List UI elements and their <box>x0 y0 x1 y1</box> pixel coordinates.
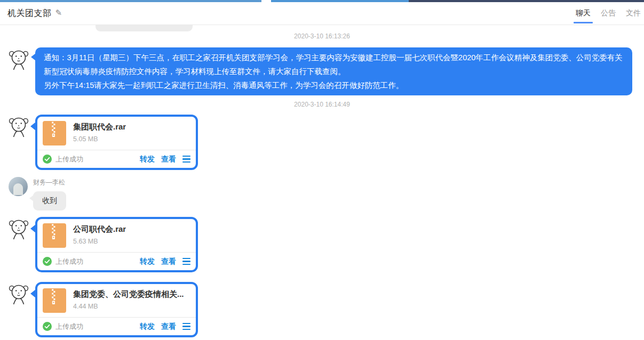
file-name: 公司职代会.rar <box>73 224 126 234</box>
reply-bubble: 收到 <box>33 191 66 211</box>
file-card-top: 公司职代会.rar 5.63 MB <box>37 219 196 252</box>
file-actions: 转发 查看 <box>140 257 190 266</box>
file-size: 4.44 MB <box>73 303 184 310</box>
upload-status-text: 上传成功 <box>55 155 83 164</box>
reply-message-row: 财务—李松 收到 <box>0 177 644 211</box>
file-card-tail <box>30 122 36 131</box>
upload-status: 上传成功 <box>43 322 83 331</box>
tab-chat[interactable]: 聊天 <box>576 2 591 25</box>
file-meta: 集团职代会.rar 5.05 MB <box>73 121 126 143</box>
view-link[interactable]: 查看 <box>161 322 176 331</box>
file-card-footer: 上传成功 转发 查看 <box>37 253 196 270</box>
zip-archive-icon <box>43 288 66 313</box>
top-strip-segment-middle <box>271 0 409 2</box>
group-title-wrap: 机关团支部 ✎ <box>7 8 62 19</box>
check-circle-icon <box>43 257 52 266</box>
file-actions: 转发 查看 <box>140 155 190 164</box>
file-meta: 公司职代会.rar 5.63 MB <box>73 223 126 245</box>
group-chat-header: 机关团支部 ✎ 聊天 公告 文件 <box>0 2 644 25</box>
zip-archive-icon <box>43 223 66 248</box>
forward-link[interactable]: 转发 <box>140 257 155 266</box>
notice-bubble: 通知：3月11日（星期三）下午三点，在职工之家召开机关团支部学习会，学习主要内容… <box>35 47 632 95</box>
file-card[interactable]: 集团党委、公司党委疫情相关... 4.44 MB 上传成功 转发 查看 <box>35 282 198 337</box>
check-circle-icon <box>43 155 52 164</box>
upload-status: 上传成功 <box>43 155 83 164</box>
check-circle-icon <box>43 322 52 331</box>
file-card[interactable]: 集团职代会.rar 5.05 MB 上传成功 转发 查看 <box>35 115 198 170</box>
hamburger-menu-icon[interactable] <box>182 322 190 331</box>
previous-message-remnant <box>96 25 193 31</box>
file-card-footer: 上传成功 转发 查看 <box>37 150 196 168</box>
file-card-tail <box>30 289 36 298</box>
bubble-tail <box>31 53 36 61</box>
edit-group-name-icon[interactable]: ✎ <box>55 8 62 18</box>
file-message-row: 公司职代会.rar 5.63 MB 上传成功 转发 查看 <box>0 217 644 272</box>
file-name: 集团职代会.rar <box>73 122 126 132</box>
notice-text-line2: 另外下午14:15请大家先一起到职工之家进行卫生清扫、消毒通风等工作，为学习会的… <box>44 78 624 92</box>
view-link[interactable]: 查看 <box>161 155 176 164</box>
file-message-row: 集团职代会.rar 5.05 MB 上传成功 转发 查看 <box>0 115 644 170</box>
sender-doodle-avatar[interactable] <box>6 283 31 305</box>
upload-status-text: 上传成功 <box>55 257 83 266</box>
chat-message-list[interactable]: 2020-3-10 16:13:26 通知：3月11日（星期三）下午三点，在职工… <box>0 25 644 339</box>
sender-name: 财务—李松 <box>33 178 66 187</box>
file-card-top: 集团职代会.rar 5.05 MB <box>37 117 196 150</box>
file-card-tail <box>30 224 36 233</box>
sender-doodle-avatar[interactable] <box>6 218 31 240</box>
sender-doodle-avatar[interactable] <box>6 48 31 71</box>
hamburger-menu-icon[interactable] <box>182 257 190 266</box>
upload-status: 上传成功 <box>43 257 83 266</box>
file-name: 集团党委、公司党委疫情相关... <box>73 289 184 299</box>
file-meta: 集团党委、公司党委疫情相关... 4.44 MB <box>73 288 184 310</box>
file-card-top: 集团党委、公司党委疫情相关... 4.44 MB <box>37 284 196 317</box>
forward-link[interactable]: 转发 <box>140 322 155 331</box>
file-card-footer: 上传成功 转发 查看 <box>37 318 196 335</box>
file-message-row: 集团党委、公司党委疫情相关... 4.44 MB 上传成功 转发 查看 <box>0 282 644 337</box>
file-size: 5.63 MB <box>73 238 126 245</box>
file-card[interactable]: 公司职代会.rar 5.63 MB 上传成功 转发 查看 <box>35 217 198 272</box>
bubble-tail <box>29 195 34 201</box>
file-actions: 转发 查看 <box>140 322 190 331</box>
avatar[interactable] <box>9 177 28 196</box>
reply-text: 收到 <box>42 196 57 205</box>
upload-status-text: 上传成功 <box>55 322 83 331</box>
group-title: 机关团支部 <box>7 8 52 19</box>
forward-link[interactable]: 转发 <box>140 155 155 164</box>
hamburger-menu-icon[interactable] <box>182 155 190 164</box>
window-top-strip <box>0 0 644 2</box>
sender-doodle-avatar[interactable] <box>6 116 31 138</box>
view-link[interactable]: 查看 <box>161 257 176 266</box>
tab-announcement[interactable]: 公告 <box>601 2 616 25</box>
notice-message-row: 通知：3月11日（星期三）下午三点，在职工之家召开机关团支部学习会，学习主要内容… <box>0 47 644 95</box>
tab-files[interactable]: 文件 <box>626 2 641 25</box>
timestamp: 2020-3-10 16:14:49 <box>0 101 644 108</box>
reply-body: 财务—李松 收到 <box>33 177 66 211</box>
notice-text-line1: 通知：3月11日（星期三）下午三点，在职工之家召开机关团支部学习会，学习主要内容… <box>44 51 624 78</box>
zip-archive-icon <box>43 121 66 145</box>
header-tabs: 聊天 公告 文件 <box>576 2 642 25</box>
top-strip-segment-left <box>0 0 261 2</box>
file-size: 5.05 MB <box>73 135 126 143</box>
